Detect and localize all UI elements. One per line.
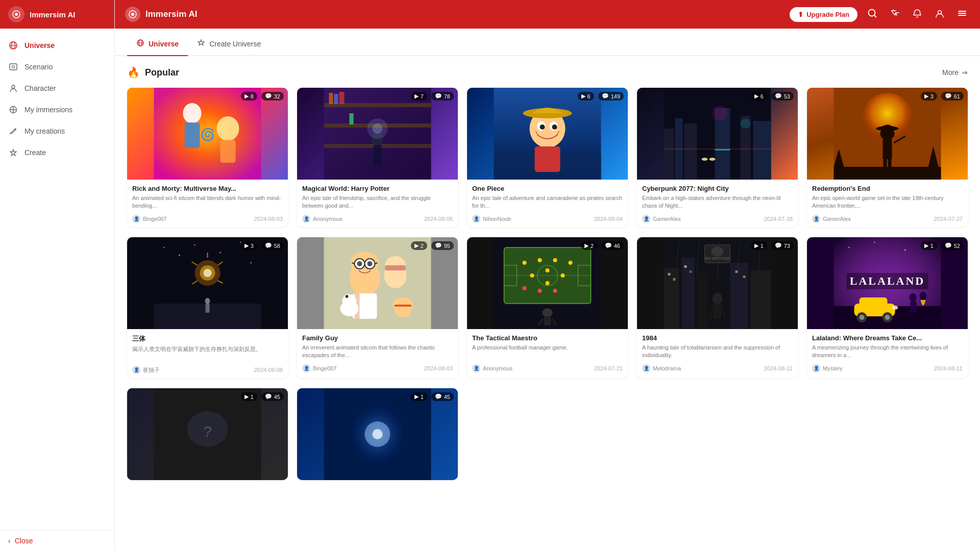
svg-point-117 (569, 261, 573, 265)
card-title-9: 1984 (642, 334, 793, 342)
card-overlay-11: ▶1 💬45 (241, 392, 284, 401)
menu-icon[interactable] (954, 8, 970, 21)
svg-point-55 (702, 158, 708, 161)
svg-rect-31 (334, 94, 338, 104)
svg-point-58 (741, 118, 751, 129)
close-button[interactable]: ‹ Close (8, 537, 106, 545)
card-overlay-8: ▶2 💬46 (581, 241, 624, 250)
sidebar-item-my-creations[interactable]: My creations (0, 120, 114, 142)
card-body-1: Rick and Morty: Multiverse May... An ani… (127, 180, 288, 227)
svg-point-147 (712, 246, 724, 257)
svg-rect-49 (684, 123, 697, 180)
more-button[interactable]: More ⇒ (942, 68, 968, 77)
card-footer-2: 👤 Anonymous 2024-08-06 (302, 215, 453, 223)
card-plays-3: ▶6 (578, 92, 594, 101)
card-date-4: 2024-07-28 (764, 216, 793, 222)
card-plays-10: ▶1 (921, 241, 937, 250)
tab-create-universe[interactable]: Create Universe (188, 33, 270, 56)
card-art-3 (467, 88, 628, 180)
card-desc-2: An epic tale of friendship, sacrifice, a… (302, 194, 453, 211)
card-redemptions-end[interactable]: ▶3 💬61 Redemption's End An epic open-wor… (807, 88, 968, 227)
card-comments-6: 💬58 (261, 241, 284, 250)
card-footer-3: 👤 NihonNoob 2024-08-04 (472, 215, 623, 223)
svg-point-77 (204, 269, 212, 277)
avatar-1: 👤 (132, 215, 140, 223)
card-footer-5: 👤 GamerAlex 2024-07-27 (812, 215, 963, 223)
card-overlay-9: ▶1 💬73 (751, 241, 794, 250)
card-1984[interactable]: BIG BROTHER ▶1 💬73 (637, 237, 798, 378)
create-icon (8, 147, 18, 158)
card-desc-8: A professional football manager game. (472, 344, 623, 360)
card-image-12: ▶1 💬45 (297, 388, 458, 480)
card-plays-7: ▶2 (411, 241, 427, 250)
card-santi[interactable]: ▶3 💬58 三体 揭示人类文明在宇宙威胁下的生存挣扎与深刻反思。 � (127, 237, 288, 378)
avatar-5: 👤 (812, 215, 820, 223)
card-rick-and-morty[interactable]: 🌀 ▶ 8 💬 32 (127, 88, 288, 227)
card-footer-7: 👤 Binge007 2024-08-03 (302, 364, 453, 372)
card-comments-3: 💬149 (598, 92, 624, 101)
fire-icon: 🔥 (127, 66, 140, 79)
svg-point-44 (552, 124, 557, 130)
svg-point-56 (709, 158, 716, 161)
card-title-7: Family Guy (302, 334, 453, 342)
popular-cards-row-1: 🌀 ▶ 8 💬 32 (127, 88, 968, 227)
card-one-piece[interactable]: ▶6 💬149 One Piece An epic tale of advent… (467, 88, 628, 227)
svg-point-144 (713, 293, 723, 304)
sidebar-item-create[interactable]: Create (0, 142, 114, 163)
svg-rect-30 (329, 93, 333, 104)
card-body-8: The Tactical Maestro A professional foot… (467, 329, 628, 377)
card-11[interactable]: ? ▶1 💬45 (127, 388, 288, 480)
popular-section: 🔥 Popular More ⇒ (115, 56, 980, 500)
card-title-5: Redemption's End (812, 185, 963, 192)
sidebar-item-universe[interactable]: Universe (0, 35, 114, 56)
card-overlay-5: ▶3 💬61 (921, 92, 964, 101)
svg-rect-99 (385, 265, 406, 270)
card-image-4: ▶6 💬53 (637, 88, 798, 180)
card-image-10: LALALAND ▶1 💬52 (807, 237, 968, 329)
svg-rect-135 (684, 265, 687, 268)
card-plays-6: ▶3 (241, 241, 257, 250)
account-icon[interactable] (932, 8, 947, 21)
card-lalaland[interactable]: LALALAND ▶1 💬52 Lal (807, 237, 968, 378)
search-icon[interactable] (865, 8, 880, 21)
sidebar-item-character[interactable]: Character (0, 78, 114, 99)
sidebar-item-my-immersions[interactable]: My immersions (0, 99, 114, 120)
svg-point-84 (205, 298, 210, 304)
upgrade-plan-button[interactable]: ⬆ Upgrade Plan (790, 7, 857, 22)
avatar-4: 👤 (642, 215, 650, 223)
card-body-6: 三体 揭示人类文明在宇宙威胁下的生存挣扎与深刻反思。 👤 夜猫子 2024-08… (127, 329, 288, 378)
card-art-8 (467, 237, 628, 329)
card-body-5: Redemption's End An epic open-world game… (807, 180, 968, 227)
character-icon (8, 83, 18, 93)
card-harry-potter[interactable]: ▶7 💬78 Magical World: Harry Potter An ep… (297, 88, 458, 227)
svg-point-1 (15, 13, 18, 16)
main-content: Immersim AI ⬆ Upgrade Plan (115, 0, 980, 551)
card-tactical-maestro[interactable]: ▶2 💬46 The Tactical Maestro A profession… (467, 237, 628, 378)
card-12[interactable]: ▶1 💬45 (297, 388, 458, 480)
translate-icon[interactable] (887, 8, 902, 21)
svg-point-71 (194, 244, 195, 245)
svg-rect-129 (682, 258, 695, 329)
svg-rect-137 (736, 270, 738, 273)
tab-universe[interactable]: Universe (127, 33, 188, 56)
immersions-icon (8, 105, 18, 115)
card-date-7: 2024-08-03 (424, 365, 453, 371)
svg-point-163 (874, 242, 875, 243)
card-family-guy[interactable]: ▶2 💬95 Family Guy An irreverent animated… (297, 237, 458, 378)
svg-point-20 (183, 103, 202, 123)
avatar-2: 👤 (302, 215, 310, 223)
svg-rect-160 (911, 301, 917, 312)
card-cyberpunk[interactable]: ▶6 💬53 Cyberpunk 2077: Night City Embark… (637, 88, 798, 227)
card-comments-8: 💬46 (601, 241, 624, 250)
card-desc-4: Embark on a high-stakes adventure throug… (642, 194, 793, 211)
tab-universe-label: Universe (149, 40, 179, 48)
svg-point-158 (892, 306, 898, 310)
svg-rect-106 (395, 305, 412, 307)
svg-point-157 (885, 315, 890, 320)
svg-rect-126 (544, 316, 551, 325)
svg-point-37 (373, 123, 383, 134)
sidebar-item-scenario[interactable]: Scenario (0, 56, 114, 78)
card-footer-9: 👤 Melodrama 2024-08-11 (642, 364, 793, 372)
creations-icon (8, 126, 18, 136)
notification-icon[interactable] (910, 8, 925, 21)
